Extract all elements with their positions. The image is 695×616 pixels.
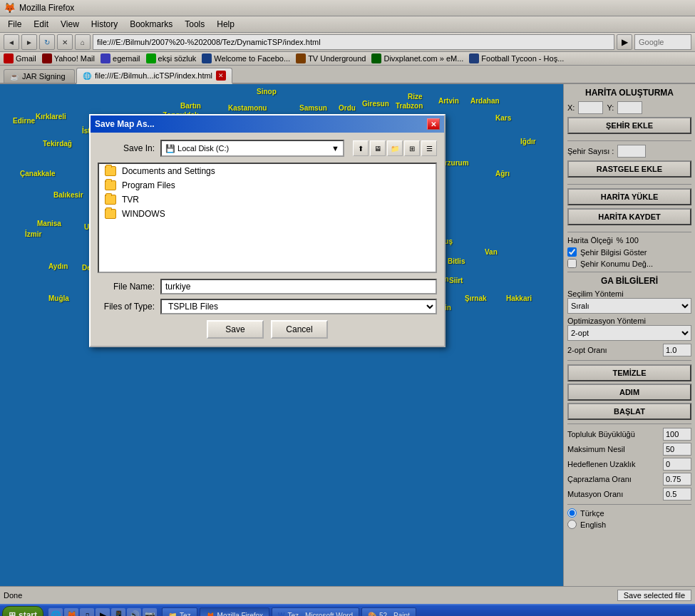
dialog-titlebar: Save Map As... ✕ <box>91 115 444 133</box>
filename-input[interactable] <box>160 279 437 294</box>
file-list[interactable]: Documents and Settings Program Files TVR… <box>98 163 437 273</box>
save-in-arrow: ▼ <box>331 144 339 153</box>
file-name-tvr: TVR <box>122 195 139 205</box>
dialog-title: Save Map As... <box>95 119 155 129</box>
save-in-value: 💾 Local Disk (C:) <box>165 144 229 153</box>
dialog-overlay: Save Map As... ✕ Save In: 💾 Local Disk (… <box>0 0 695 616</box>
dialog-cancel-btn[interactable]: Cancel <box>271 320 328 339</box>
dialog-save-btn[interactable]: Save <box>207 320 264 339</box>
dialog-toolbar: ⬆ 🖥 📁 ⊞ ☰ <box>353 140 437 156</box>
filetype-select[interactable]: TSPLIB Files <box>160 299 437 314</box>
file-name-windows: WINDOWS <box>122 209 165 219</box>
dialog-close-btn[interactable]: ✕ <box>427 118 440 130</box>
file-item-tvr[interactable]: TVR <box>99 192 436 207</box>
toolbar-view-btn[interactable]: ⊞ <box>404 140 420 156</box>
toolbar-up-btn[interactable]: ⬆ <box>353 140 369 156</box>
save-dialog: Save Map As... ✕ Save In: 💾 Local Disk (… <box>89 114 446 347</box>
filename-row: File Name: <box>98 279 437 294</box>
dialog-buttons: Save Cancel <box>98 320 437 339</box>
toolbar-new-folder-btn[interactable]: 📁 <box>387 140 403 156</box>
dialog-body: Save In: 💾 Local Disk (C:) ▼ ⬆ 🖥 📁 ⊞ ☰ <box>91 133 444 346</box>
folder-icon-documents <box>105 166 116 176</box>
folder-icon-tvr <box>105 195 116 205</box>
toolbar-details-btn[interactable]: ☰ <box>421 140 437 156</box>
filetype-row: Files of Type: TSPLIB Files <box>98 299 437 314</box>
file-item-documents[interactable]: Documents and Settings <box>99 164 436 178</box>
file-name-program-files: Program Files <box>122 180 175 190</box>
filetype-label: Files of Type: <box>98 302 155 312</box>
file-name-documents: Documents and Settings <box>122 166 215 176</box>
folder-icon-windows <box>105 209 116 219</box>
save-in-dropdown[interactable]: 💾 Local Disk (C:) ▼ <box>160 140 344 157</box>
save-in-label: Save In: <box>98 143 155 153</box>
filename-label: File Name: <box>98 282 155 292</box>
toolbar-desktop-btn[interactable]: 🖥 <box>370 140 386 156</box>
file-item-windows[interactable]: WINDOWS <box>99 207 436 221</box>
folder-icon-program-files <box>105 180 116 190</box>
file-item-program-files[interactable]: Program Files <box>99 178 436 192</box>
save-in-row: Save In: 💾 Local Disk (C:) ▼ ⬆ 🖥 📁 ⊞ ☰ <box>98 140 437 157</box>
